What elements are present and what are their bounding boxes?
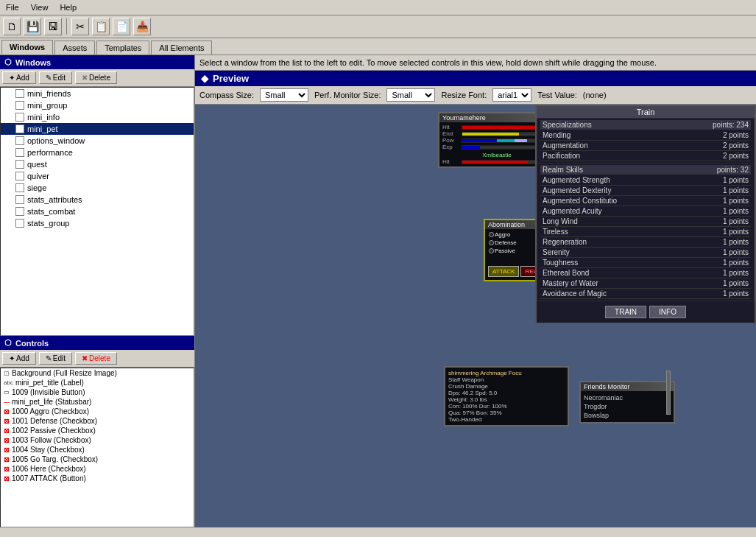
list-item-stats-combat[interactable]: stats_combat: [1, 206, 194, 217]
realm-ethereal[interactable]: Ethereal Bond1 points: [540, 268, 751, 278]
list-item-mini-group[interactable]: mini_group: [1, 99, 194, 111]
list-item-mini-info[interactable]: mini_info: [1, 111, 194, 123]
save-button[interactable]: 💾: [24, 18, 41, 35]
statusbar-icon: —: [4, 399, 10, 405]
window-icon: [15, 148, 24, 157]
test-value-label: Test Value:: [537, 91, 577, 99]
train-button[interactable]: TRAIN: [605, 306, 646, 318]
spec-pacification[interactable]: Pacification 2 points: [540, 151, 751, 161]
ctrl-passive[interactable]: ⊠ 1002 Passive (Checkbox): [1, 426, 194, 435]
train-title: Train: [537, 106, 755, 118]
preview-title: Preview: [213, 73, 249, 84]
tab-all-elements[interactable]: All Elements: [151, 41, 212, 55]
item-window[interactable]: shimmering Archmage Focu Staff Weapon Cr…: [444, 366, 569, 427]
ctrl-attack-btn[interactable]: ⊠ 1007 ATTACK (Button): [1, 474, 194, 483]
tab-windows[interactable]: Windows: [1, 40, 53, 55]
spec-points: points: 234: [713, 121, 749, 129]
window-icon: [15, 183, 24, 192]
spec-augmentation[interactable]: Augmentation 2 points: [540, 141, 751, 151]
pencil-icon: ✎: [46, 354, 52, 362]
perf-size-select[interactable]: SmallMediumLarge: [386, 88, 435, 102]
delete-icon: ✖: [82, 74, 88, 82]
realm-aug-acu[interactable]: Augmented Acuity1 points: [540, 206, 751, 217]
realm-toughness[interactable]: Toughness1 points: [540, 258, 751, 268]
realm-long-wind[interactable]: Long Wind1 points: [540, 217, 751, 227]
tab-bar: Windows Assets Templates All Elements: [0, 38, 756, 55]
info-button[interactable]: INFO: [649, 306, 686, 318]
list-item-siege[interactable]: siege: [1, 182, 194, 194]
windows-title: Windows: [15, 58, 51, 67]
realm-aug-dex[interactable]: Augmented Dexterity1 points: [540, 186, 751, 196]
add-icon: ✦: [9, 74, 15, 82]
list-item-performance[interactable]: performance: [1, 147, 194, 158]
saveas-button[interactable]: 🖫: [44, 18, 62, 35]
list-item-quiver[interactable]: quiver: [1, 170, 194, 182]
friends-list: Necromaniac Trogdor Bowslap: [581, 391, 674, 422]
windows-list[interactable]: mini_friends mini_group mini_info mini_p…: [0, 87, 194, 336]
windows-edit-button[interactable]: ✎ Edit: [39, 71, 72, 84]
list-item-quest[interactable]: quest: [1, 158, 194, 170]
tab-assets[interactable]: Assets: [54, 41, 95, 55]
ctrl-invisible-btn[interactable]: ▭ 1009 (Invisible Button): [1, 387, 194, 397]
scroll-handle[interactable]: [666, 371, 672, 415]
realm-section: Realm Skills points: 32 Augmented Streng…: [537, 164, 754, 301]
resize-font-select[interactable]: arial1arial2: [492, 88, 531, 102]
ctrl-follow[interactable]: ⊠ 1003 Follow (Checkbox): [1, 435, 194, 445]
ctrl-gotarg[interactable]: ⊠ 1005 Go Targ. (Checkbox): [1, 454, 194, 464]
realm-regeneration[interactable]: Regeneration1 points: [540, 237, 751, 248]
cut-button[interactable]: ✂: [71, 18, 89, 35]
radio-dot: [489, 232, 494, 237]
new-button[interactable]: 🗋: [3, 18, 21, 35]
import-button[interactable]: 📥: [133, 18, 151, 35]
ctrl-label[interactable]: abc mini_pet_title (Label): [1, 378, 194, 387]
window-icon: [15, 207, 24, 216]
menu-help[interactable]: Help: [57, 1, 80, 13]
controls-edit-button[interactable]: ✎ Edit: [39, 352, 72, 365]
realm-aug-str[interactable]: Augmented Strength1 points: [540, 175, 751, 186]
copy-button[interactable]: 📋: [92, 18, 110, 35]
ctrl-background[interactable]: ⊡ Background (Full Resize Image): [1, 368, 194, 378]
controls-section-header: ⬡ Controls: [0, 336, 194, 350]
list-item-mini-pet[interactable]: mini_pet: [1, 123, 194, 135]
realm-aug-con[interactable]: Augmented Constitutio1 points: [540, 196, 751, 206]
attack-button[interactable]: ATTACK: [488, 266, 519, 277]
list-item-mini-friends[interactable]: mini_friends: [1, 88, 194, 99]
toolbar-separator-1: [66, 18, 67, 35]
main-layout: ⬡ Windows ✦ Add ✎ Edit ✖ Delete mini_fri…: [0, 55, 756, 527]
preview-area: Select a window from the list to the lef…: [195, 55, 756, 527]
controls-add-button[interactable]: ✦ Add: [2, 352, 36, 365]
test-value: (none): [583, 91, 607, 99]
menu-view[interactable]: View: [28, 1, 52, 13]
windows-icon: ⬡: [4, 57, 12, 67]
spec-mending[interactable]: Mending 2 points: [540, 130, 751, 141]
list-item-stats-attributes[interactable]: stats_attributes: [1, 194, 194, 206]
realm-avoidance-magic[interactable]: Avoidance of Magic1 points: [540, 289, 751, 299]
controls-list[interactable]: ⊡ Background (Full Resize Image) abc min…: [0, 368, 194, 527]
ctrl-defense[interactable]: ⊠ 1001 Defense (Checkbox): [1, 416, 194, 426]
info-text: Select a window from the list to the lef…: [199, 58, 657, 67]
windows-delete-button[interactable]: ✖ Delete: [75, 71, 117, 84]
friends-monitor-window[interactable]: Friends Monitor ✕ Necromaniac Trogdor Bo…: [579, 381, 675, 424]
checkbox-icon: ⊠: [4, 408, 10, 415]
controls-delete-button[interactable]: ✖ Delete: [75, 352, 117, 365]
ctrl-aggro[interactable]: ⊠ 1000 Aggro (Checkbox): [1, 407, 194, 416]
ctrl-here[interactable]: ⊠ 1006 Here (Checkbox): [1, 464, 194, 474]
aggro-radio[interactable]: Aggro: [489, 231, 510, 238]
passive-radio[interactable]: Passive: [489, 248, 515, 254]
ctrl-stay[interactable]: ⊠ 1004 Stay (Checkbox): [1, 445, 194, 454]
tab-templates[interactable]: Templates: [96, 41, 149, 55]
realm-tireless[interactable]: Tireless1 points: [540, 227, 751, 237]
paste-button[interactable]: 📄: [113, 18, 130, 35]
ctrl-statusbar[interactable]: — mini_pet_life (Statusbar): [1, 397, 194, 407]
realm-mastery-water[interactable]: Mastery of Water1 points: [540, 278, 751, 289]
list-item-stats-group[interactable]: stats_group: [1, 217, 194, 229]
menu-file[interactable]: File: [3, 1, 22, 13]
train-window[interactable]: Train Specializations points: 234 Mendin…: [535, 105, 756, 324]
defense-radio[interactable]: Defense: [489, 239, 517, 246]
windows-add-button[interactable]: ✦ Add: [2, 71, 36, 84]
list-item-options-window[interactable]: options_window: [1, 135, 194, 147]
realm-points: points: 32: [717, 166, 749, 174]
realm-serenity[interactable]: Serenity1 points: [540, 248, 751, 258]
compass-size-select[interactable]: SmallMediumLarge: [260, 88, 308, 102]
preview-icon: ◆: [201, 73, 208, 84]
